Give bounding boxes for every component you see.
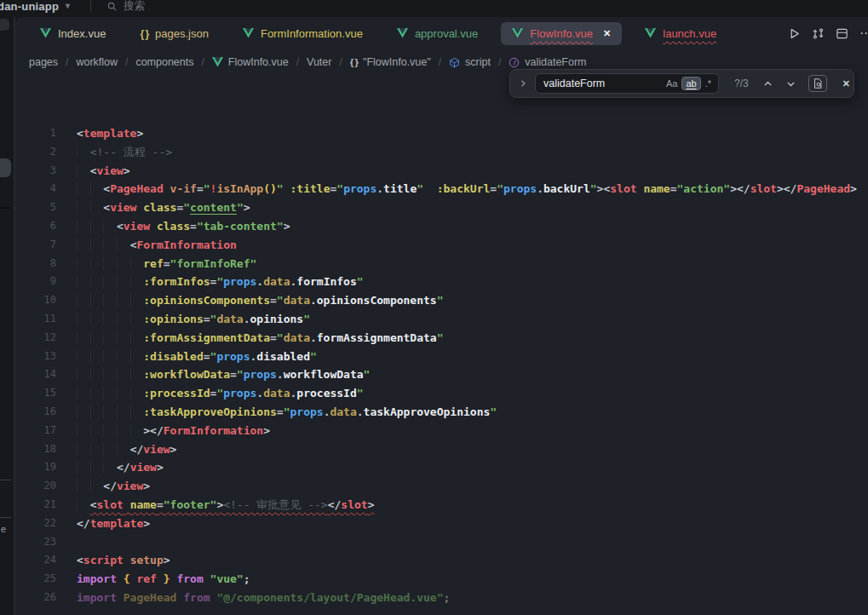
editor-tab[interactable]: approval.vue [386,22,489,45]
regex-button[interactable]: .* [701,77,716,90]
line-number: 14 [15,365,56,384]
line-number: 9 [15,273,56,291]
line-number: 10 [15,291,56,310]
breadcrumb-label: components [135,56,193,68]
line-number: 3 [15,162,56,181]
code-line[interactable]: 5 <view class="content"> [15,198,868,217]
next-match-icon[interactable] [785,78,796,89]
code-text: import { ref } from "vue"; [77,570,250,589]
compare-icon[interactable] [812,27,825,40]
vue-icon [512,28,523,38]
project-name[interactable]: dan-uniapp [0,0,59,13]
close-find-icon[interactable]: ✕ [842,78,850,89]
code-line[interactable]: 8 ref="formInfoRef" [15,255,868,273]
run-button[interactable] [788,27,801,40]
line-number: 2 [15,143,56,162]
line-number: 21 [15,496,56,514]
breadcrumb-item[interactable]: script [449,56,491,68]
code-line[interactable]: 14 :workflowData="props.workflowData" [15,365,868,384]
close-tab-icon[interactable]: ✕ [603,28,611,39]
line-number: 20 [15,477,56,496]
code-line[interactable]: 26import PageHead from "@/components/lay… [15,589,868,607]
search-label: 搜索 [124,0,145,14]
editor-panel: Index.vue { } pages.json FormInformation… [15,17,868,615]
vue-icon [40,28,51,38]
editor-tab[interactable]: FlowInfo.vue ✕ [501,22,622,45]
code-line[interactable]: 11 :opinions="data.opinions" [15,310,868,329]
sidebar-handle-top[interactable] [0,19,9,31]
code-line[interactable]: 15 :processId="props.data.processId" [15,384,868,403]
breadcrumb-separator: / [201,56,204,68]
code-line[interactable]: 9 :formInfos="props.data.formInfos" [15,273,868,291]
code-line[interactable]: 6 <view class="tab-content"> [15,217,868,236]
code-line[interactable]: 10 :opinionsComponents="data.opinionsCom… [15,291,868,310]
code-line[interactable]: 1<template> [15,124,868,143]
code-line[interactable]: 24<script setup> [15,551,868,570]
svg-text:f: f [513,59,517,66]
line-number: 12 [15,329,56,348]
whole-word-button[interactable]: ab [681,77,700,90]
code-line[interactable]: 19 </view> [15,458,868,477]
code-text: </view> [77,440,176,459]
code-line[interactable]: 20 </view> [15,477,868,496]
code-text: <!-- 流程 --> [77,143,172,162]
code-line[interactable]: 3 <view> [15,162,868,181]
global-search[interactable]: 搜索 [106,0,145,14]
breadcrumb-item[interactable]: components [135,56,193,68]
breadcrumb-item[interactable]: pages [29,56,58,68]
sidebar-drag-handle[interactable] [0,158,11,177]
line-number: 8 [15,255,56,273]
editor-tab-bar: Index.vue { } pages.json FormInformation… [15,17,868,49]
code-line[interactable]: 25import { ref } from "vue"; [15,570,868,589]
code-text: :opinionsComponents="data.opinionsCompon… [77,291,444,310]
line-number: 24 [15,551,56,570]
code-line[interactable]: 23 [15,533,868,552]
match-case-button[interactable]: Aa [662,77,681,90]
code-line[interactable]: 17 ></FormInformation> [15,422,868,440]
breadcrumb-label: FlowInfo.vue [228,56,289,68]
breadcrumb-separator: / [439,56,441,68]
code-text: :formAssignmentData="data.formAssignment… [77,329,444,348]
line-number: 23 [15,533,56,552]
more-actions-icon[interactable]: ⋯ [859,26,868,41]
code-line[interactable]: 13 :disabled="props.disabled" [15,348,868,366]
breadcrumb-separator: / [498,56,501,68]
code-text: <slot name="footer"><!-- 审批意见 --></slot> [77,496,374,514]
editor-tab[interactable]: { } pages.json [129,22,220,45]
line-number: 13 [15,348,56,366]
editor-tab[interactable]: FormInformation.vue [232,22,374,45]
line-number: 26 [15,589,56,607]
breadcrumb-label: pages [29,56,58,68]
code-line[interactable]: 21 <slot name="footer"><!-- 审批意见 --></sl… [15,496,868,514]
code-line[interactable]: 22</template> [15,514,868,533]
code-line[interactable]: 2 <!-- 流程 --> [15,143,868,162]
split-editor-icon[interactable] [836,27,848,40]
toggle-replace-icon[interactable] [518,78,528,89]
tab-label: approval.vue [415,27,478,40]
editor-tab[interactable]: Index.vue [29,22,117,45]
breadcrumb-item[interactable]: { } "FlowInfo.vue" [350,56,431,68]
find-in-selection-button[interactable] [808,75,827,92]
find-input[interactable] [543,78,662,89]
code-editor[interactable]: 1<template>2 <!-- 流程 -->3 <view>4 <PageH… [15,75,868,615]
editor-actions: ⋯ [788,26,868,41]
code-line[interactable]: 16 :taskApproveOpinions="props.data.task… [15,403,868,422]
code-line[interactable]: 4 <PageHead v-if="!isInApp()" :title="pr… [15,180,868,198]
breadcrumb-item[interactable]: f validateForm [509,56,586,68]
breadcrumb-label: script [465,56,491,68]
code-text: </view> [77,458,164,477]
editor-tab[interactable]: launch.vue [634,22,727,45]
code-line[interactable]: 18 </view> [15,440,868,459]
chevron-down-icon: ▼ [64,2,72,10]
line-number: 7 [15,236,56,255]
previous-match-icon[interactable] [762,78,773,89]
vue-icon [397,28,408,38]
breadcrumb-item[interactable]: FlowInfo.vue [212,56,289,68]
breadcrumb-item[interactable]: workflow [76,56,118,68]
find-widget: Aa ab .* ?/3 ✕ [509,69,854,98]
code-line[interactable]: 12 :formAssignmentData="data.formAssignm… [15,329,868,348]
code-line[interactable]: 7 <FormInformation [15,236,868,255]
sidebar-divider [0,207,11,209]
breadcrumb-item[interactable]: Vuter [307,56,331,68]
code-text: import PageHead from "@/components/layou… [77,589,450,607]
